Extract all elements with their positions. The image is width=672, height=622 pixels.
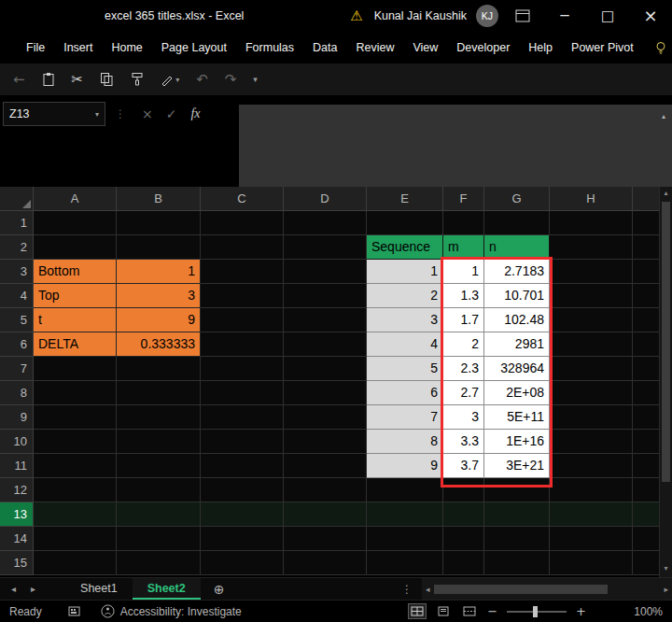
cell-G4[interactable]: 10.701 xyxy=(484,284,550,308)
cell-C14[interactable] xyxy=(201,527,284,551)
copy-icon[interactable] xyxy=(100,72,114,87)
ribbon-tab-page-layout[interactable]: Page Layout xyxy=(152,32,236,64)
ribbon-tab-developer[interactable]: Developer xyxy=(447,32,519,64)
column-header-A[interactable]: A xyxy=(34,187,117,211)
cell-F10[interactable]: 3.3 xyxy=(443,430,484,454)
avatar[interactable]: KJ xyxy=(476,5,498,27)
cell-H11[interactable] xyxy=(550,454,633,478)
cell-F7[interactable]: 2.3 xyxy=(443,357,484,381)
cell-D3[interactable] xyxy=(284,260,367,284)
cell-A13[interactable] xyxy=(34,502,117,527)
cell-G9[interactable]: 5E+11 xyxy=(484,405,550,430)
cell-G3[interactable]: 2.7183 xyxy=(484,260,550,284)
accessibility-status[interactable]: Accessibility: Investigate xyxy=(101,604,242,618)
ribbon-tab-home[interactable]: Home xyxy=(102,32,151,64)
cell-F1[interactable] xyxy=(443,211,484,235)
cell-C6[interactable] xyxy=(201,332,284,357)
cell-G6[interactable]: 2981 xyxy=(484,332,550,357)
ribbon-display-options-icon[interactable] xyxy=(515,9,530,22)
cell-H13[interactable] xyxy=(550,502,633,527)
cell-C9[interactable] xyxy=(201,405,284,430)
cell-H9[interactable] xyxy=(550,405,633,430)
cell-E5[interactable]: 3 xyxy=(367,308,443,332)
cell-E11[interactable]: 9 xyxy=(367,454,443,478)
row-header-4[interactable]: 4 xyxy=(0,284,34,308)
cell-G1[interactable] xyxy=(484,211,550,235)
cell-E1[interactable] xyxy=(367,211,443,235)
cell-E2[interactable]: Sequence xyxy=(367,235,443,260)
ribbon-tab-formulas[interactable]: Formulas xyxy=(236,32,303,64)
cell-D10[interactable] xyxy=(284,430,367,454)
zoom-label[interactable]: 100% xyxy=(631,605,663,618)
cell-G12[interactable] xyxy=(484,478,550,502)
cell-H2[interactable] xyxy=(550,235,633,260)
horizontal-scrollbar-thumb[interactable] xyxy=(434,585,608,594)
cell-E12[interactable] xyxy=(367,478,443,502)
scroll-right-icon[interactable]: ▸ xyxy=(660,585,672,594)
cell-B2[interactable] xyxy=(117,235,201,260)
cell-H8[interactable] xyxy=(550,381,633,405)
cell-A1[interactable] xyxy=(34,211,117,235)
warning-icon[interactable]: ⚠ xyxy=(350,7,362,24)
row-header-8[interactable]: 8 xyxy=(0,381,34,405)
ribbon-tab-view[interactable]: View xyxy=(403,32,447,64)
column-header-B[interactable]: B xyxy=(117,187,201,211)
cell-H12[interactable] xyxy=(550,478,633,502)
back-arrow-icon[interactable]: ← xyxy=(13,71,25,88)
zoom-out-button[interactable]: − xyxy=(487,604,497,618)
cell-F8[interactable]: 2.7 xyxy=(443,381,484,405)
cell-D13[interactable] xyxy=(284,502,367,527)
sheet-tab-sheet1[interactable]: Sheet1 xyxy=(65,578,133,600)
cell-D7[interactable] xyxy=(284,357,367,381)
row-header-3[interactable]: 3 xyxy=(0,260,34,284)
cell-F9[interactable]: 3 xyxy=(443,405,484,430)
cell-H1[interactable] xyxy=(550,211,633,235)
close-button[interactable]: × xyxy=(629,0,672,32)
cell-B3[interactable]: 1 xyxy=(117,260,201,284)
cell-F5[interactable]: 1.7 xyxy=(443,308,484,332)
formula-bar-collapse-icon[interactable]: ▴ xyxy=(662,112,665,120)
column-header-G[interactable]: G xyxy=(484,187,550,211)
paste-icon[interactable] xyxy=(42,72,55,87)
insert-function-button[interactable]: fx xyxy=(190,106,200,121)
cell-H5[interactable] xyxy=(550,308,633,332)
cell-B9[interactable] xyxy=(117,405,201,430)
cell-E6[interactable]: 4 xyxy=(367,332,443,357)
cell-D4[interactable] xyxy=(284,284,367,308)
cell-G11[interactable]: 3E+21 xyxy=(484,454,550,478)
cell-G2[interactable]: n xyxy=(484,235,550,260)
row-header-5[interactable]: 5 xyxy=(0,308,34,332)
cell-A15[interactable] xyxy=(34,551,117,575)
cancel-button[interactable]: × xyxy=(142,106,153,121)
scroll-up-icon[interactable]: ▴ xyxy=(660,187,672,200)
cell-B6[interactable]: 0.333333 xyxy=(117,332,201,357)
cell-A6[interactable]: DELTA xyxy=(34,332,117,357)
cell-B10[interactable] xyxy=(117,430,201,454)
cell-E10[interactable]: 8 xyxy=(367,430,443,454)
zoom-in-button[interactable]: + xyxy=(576,604,586,618)
row-header-12[interactable]: 12 xyxy=(0,478,34,502)
ribbon-tab-file[interactable]: File xyxy=(17,32,54,64)
cell-B11[interactable] xyxy=(117,454,201,478)
minimize-button[interactable]: ─ xyxy=(543,0,586,32)
cell-C2[interactable] xyxy=(201,235,284,260)
cell-E13[interactable] xyxy=(367,502,443,527)
cell-F13[interactable] xyxy=(443,502,484,527)
ribbon-tab-review[interactable]: Review xyxy=(346,32,403,64)
cell-B15[interactable] xyxy=(117,551,201,575)
column-header-C[interactable]: C xyxy=(201,187,284,211)
cell-C10[interactable] xyxy=(201,430,284,454)
cell-A14[interactable] xyxy=(34,527,117,551)
cell-D8[interactable] xyxy=(284,381,367,405)
undo-icon[interactable]: ↶ xyxy=(196,71,208,88)
scroll-left-icon[interactable]: ◂ xyxy=(422,585,434,594)
cell-E9[interactable]: 7 xyxy=(367,405,443,430)
cell-A11[interactable] xyxy=(34,454,117,478)
cell-C13[interactable] xyxy=(201,502,284,527)
cell-A4[interactable]: Top xyxy=(34,284,117,308)
qat-customize-icon[interactable]: ▾ xyxy=(253,75,258,84)
column-header-D[interactable]: D xyxy=(284,187,367,211)
cell-C11[interactable] xyxy=(201,454,284,478)
cell-E15[interactable] xyxy=(367,551,443,575)
account-name[interactable]: Kunal Jai Kaushik xyxy=(374,9,467,22)
